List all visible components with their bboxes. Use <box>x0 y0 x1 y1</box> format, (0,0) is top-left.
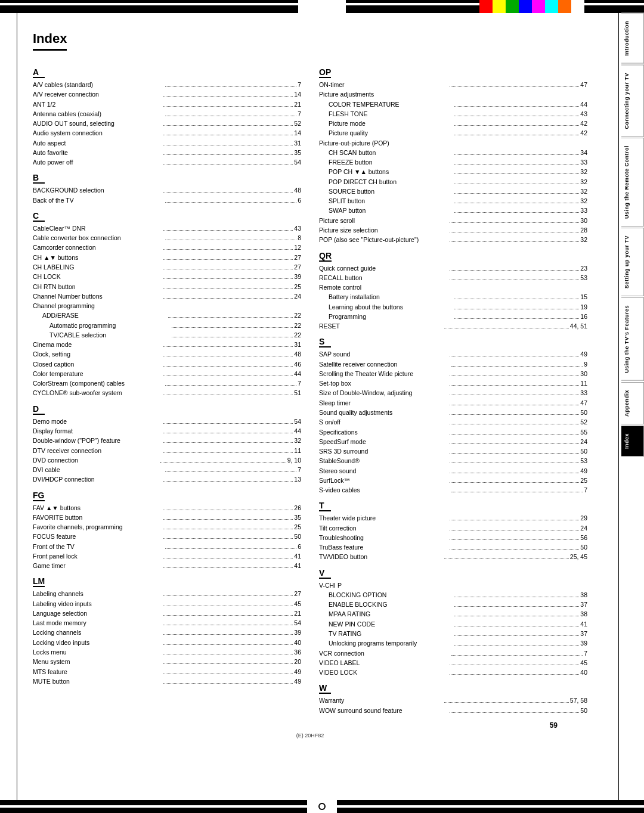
entry-page: 7 <box>584 648 587 658</box>
index-entry: DVI cable 7 <box>33 465 301 474</box>
entry-dots <box>454 173 579 174</box>
entry-dots <box>450 453 579 454</box>
entry-text: AUDIO OUT sound, selecting <box>33 119 162 128</box>
index-entry: Locking video inputs 40 <box>33 638 301 647</box>
left-column: A A/V cables (standard) 7 A/V receiver c… <box>33 61 301 715</box>
entry-text: MPAA RATING <box>329 609 453 619</box>
entry-text: Language selection <box>33 609 162 618</box>
section-header: FG <box>33 491 45 501</box>
page-title: Index <box>33 31 67 51</box>
side-tab-using-the-remote-control[interactable]: Using the Remote Control <box>621 138 644 226</box>
entry-page: 45 <box>294 599 301 609</box>
entry-text: Locking channels <box>33 628 162 637</box>
entry-text: CH LABELING <box>33 262 162 272</box>
index-entry: Display format 44 <box>33 426 301 436</box>
entry-page: 53 <box>580 456 587 466</box>
index-entry: FAVORITE button 35 <box>33 513 301 522</box>
index-entry: CH RTN button 25 <box>33 282 301 291</box>
entry-dots <box>450 241 579 242</box>
color-block <box>571 0 584 13</box>
index-entry: COLOR TEMPERATURE 44 <box>319 100 587 109</box>
index-entry: Set-top box 11 <box>319 378 587 388</box>
entry-text: CH LOCK <box>33 272 162 281</box>
entry-dots <box>163 529 293 529</box>
side-tab-introduction[interactable]: Introduction <box>621 13 644 64</box>
entry-page: 49 <box>580 349 587 359</box>
index-entry: TV RATING 37 <box>319 629 587 638</box>
entry-text: ADD/ERASE <box>42 311 167 320</box>
entry-text: Quick connect guide <box>319 263 448 273</box>
index-entry: BLOCKING OPTION 38 <box>319 590 587 600</box>
entry-dots <box>163 298 293 299</box>
section-header: T <box>319 501 331 511</box>
entry-dots <box>163 615 293 616</box>
entry-page: 32 <box>294 436 301 445</box>
entry-page: 14 <box>294 128 301 138</box>
entry-page: 32 <box>580 196 587 206</box>
right-column: OP ON-timer 47 Picture adjustments COLOR… <box>319 61 587 715</box>
bottom-decorative-bar <box>0 800 644 813</box>
entry-dots <box>450 530 579 530</box>
entry-page: 44, 51 <box>570 321 587 331</box>
entry-dots <box>165 471 296 472</box>
entry-dots <box>454 135 579 135</box>
entry-page: 27 <box>294 253 301 262</box>
entry-text: A/V receiver connection <box>33 89 162 99</box>
entry-dots <box>450 712 579 713</box>
index-entry: ANT 1/2 21 <box>33 100 301 109</box>
index-entry: Locks menu 36 <box>33 647 301 657</box>
index-entry: StableSound® 53 <box>319 456 587 466</box>
side-tab-setting-up-your-tv[interactable]: Setting up your TV <box>621 228 644 296</box>
index-entry: DVI/HDCP connection 13 <box>33 474 301 484</box>
entry-text: Menu system <box>33 657 162 666</box>
entry-page: 9 <box>584 359 587 369</box>
entry-dots <box>450 405 579 405</box>
index-entry: Scrolling the Theater Wide picture 30 <box>319 369 587 378</box>
index-entry: TV/VIDEO button 25, 45 <box>319 552 587 561</box>
entry-text: Picture adjustments <box>319 89 587 99</box>
entry-dots <box>163 249 293 250</box>
entry-text: FAVORITE button <box>33 513 162 522</box>
entry-page: 19 <box>580 302 587 312</box>
side-tab-connecting-your-tv[interactable]: Connecting your TV <box>621 65 644 137</box>
model-number: (E) 20HF82 <box>33 733 587 738</box>
index-entry: Tilt correction 24 <box>319 523 587 533</box>
entry-page: 13 <box>294 474 301 484</box>
section-header: W <box>319 683 331 694</box>
entry-page: 23 <box>580 263 587 273</box>
entry-text: Favorite channels, programming <box>33 522 162 532</box>
entry-dots <box>163 366 293 367</box>
entry-text: Picture mode <box>329 119 453 128</box>
index-entry: Demo mode 54 <box>33 417 301 426</box>
index-entry: Satellite receiver connection 9 <box>319 359 587 369</box>
entry-dots <box>450 424 579 424</box>
entry-text: Stereo sound <box>319 466 448 476</box>
side-tab-using-the-tv's-features[interactable]: Using the TV's Features <box>621 297 644 381</box>
index-entry: Front panel lock 41 <box>33 551 301 561</box>
index-entry: TV/CABLE selection 22 <box>33 330 301 340</box>
entry-dots <box>163 164 293 165</box>
side-tab-index[interactable]: Index <box>621 426 644 457</box>
entry-text: DVD connection <box>33 455 159 465</box>
entry-text: CH SCAN button <box>329 148 453 157</box>
entry-dots <box>163 606 293 606</box>
index-entry: Menu system 20 <box>33 657 301 666</box>
entry-page: 50 <box>294 532 301 541</box>
index-entry: Color temperature 44 <box>33 369 301 378</box>
entry-text: Clock, setting <box>33 349 162 359</box>
entry-text: SurfLock™ <box>319 476 448 485</box>
side-tab-appendix[interactable]: Appendix <box>621 382 644 424</box>
entry-dots <box>163 558 293 558</box>
entry-text: Programming <box>329 312 453 321</box>
index-entry: Auto power off 54 <box>33 157 301 167</box>
index-entry: Troubleshooting 56 <box>319 533 587 542</box>
entry-page: 38 <box>580 609 587 619</box>
entry-page: 37 <box>580 629 587 638</box>
entry-page: 52 <box>580 417 587 427</box>
entry-text: SOURCE button <box>329 187 453 196</box>
entry-dots <box>163 346 293 347</box>
entry-page: 25, 45 <box>570 552 587 561</box>
entry-page: 49 <box>294 667 301 677</box>
entry-text: Locks menu <box>33 647 162 657</box>
entry-dots <box>163 510 293 510</box>
